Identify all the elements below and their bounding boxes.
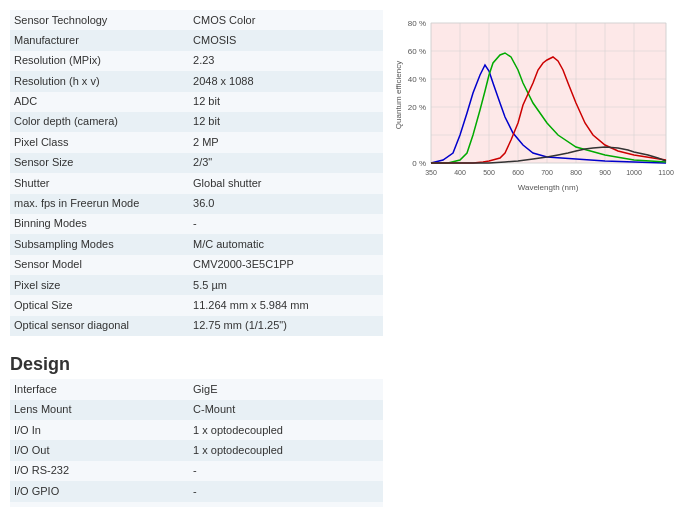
sensor-table-row: Pixel Class2 MP	[10, 132, 383, 152]
sensor-value: 12.75 mm (1/1.25")	[189, 316, 383, 336]
sensor-table-row: ADC12 bit	[10, 92, 383, 112]
sensor-table: Sensor TechnologyCMOS ColorManufacturerC…	[10, 10, 383, 336]
sensor-value: 2 MP	[189, 132, 383, 152]
sensor-value: 2.23	[189, 51, 383, 71]
sensor-label: Subsampling Modes	[10, 234, 189, 254]
sensor-value: CMOS Color	[189, 10, 383, 30]
sensor-value: 2/3"	[189, 153, 383, 173]
sensor-table-row: Resolution (MPix)2.23	[10, 51, 383, 71]
design-table-row: I/O RS-232-	[10, 461, 383, 481]
sensor-label: Pixel Class	[10, 132, 189, 152]
svg-text:40 %: 40 %	[408, 75, 426, 84]
sensor-table-row: Pixel size5.5 µm	[10, 275, 383, 295]
svg-text:0 %: 0 %	[412, 159, 426, 168]
sensor-value: Global shutter	[189, 173, 383, 193]
sensor-label: max. fps in Freerun Mode	[10, 194, 189, 214]
design-value: -	[189, 461, 383, 481]
design-label: I/O Out	[10, 440, 189, 460]
sensor-table-row: Optical sensor diagonal12.75 mm (1/1.25"…	[10, 316, 383, 336]
sensor-table-row: Sensor TechnologyCMOS Color	[10, 10, 383, 30]
sensor-table-row: Color depth (camera)12 bit	[10, 112, 383, 132]
sensor-label: Sensor Technology	[10, 10, 189, 30]
sensor-label: Binning Modes	[10, 214, 189, 234]
sensor-value: 5.5 µm	[189, 275, 383, 295]
sensor-label: Optical Size	[10, 295, 189, 315]
design-table-row: I/O In1 x optodecoupled	[10, 420, 383, 440]
specs-section: Sensor TechnologyCMOS ColorManufacturerC…	[10, 10, 383, 507]
sensor-label: ADC	[10, 92, 189, 112]
sensor-label: Pixel size	[10, 275, 189, 295]
sensor-label: Manufacturer	[10, 30, 189, 50]
svg-text:Wavelength (nm): Wavelength (nm)	[518, 183, 579, 192]
design-value: 1 x optodecoupled	[189, 440, 383, 460]
sensor-value: M/C automatic	[189, 234, 383, 254]
svg-text:350: 350	[425, 169, 437, 176]
sensor-value: 36.0	[189, 194, 383, 214]
design-table-row: I/O I²C-	[10, 502, 383, 507]
svg-text:1000: 1000	[626, 169, 642, 176]
design-title: Design	[10, 354, 383, 375]
design-label: I/O I²C	[10, 502, 189, 507]
sensor-value: CMV2000-3E5C1PP	[189, 255, 383, 275]
svg-text:800: 800	[570, 169, 582, 176]
sensor-table-row: Optical Size11.264 mm x 5.984 mm	[10, 295, 383, 315]
design-label: I/O RS-232	[10, 461, 189, 481]
svg-text:500: 500	[483, 169, 495, 176]
sensor-table-row: max. fps in Freerun Mode36.0	[10, 194, 383, 214]
design-value: C-Mount	[189, 400, 383, 420]
sensor-value: 2048 x 1088	[189, 71, 383, 91]
sensor-table-row: ManufacturerCMOSIS	[10, 30, 383, 50]
sensor-table-row: Sensor Size2/3"	[10, 153, 383, 173]
sensor-label: Resolution (MPix)	[10, 51, 189, 71]
svg-text:Quantum efficiency: Quantum efficiency	[394, 61, 403, 129]
svg-text:60 %: 60 %	[408, 47, 426, 56]
sensor-label: Sensor Model	[10, 255, 189, 275]
svg-text:80 %: 80 %	[408, 19, 426, 28]
svg-text:600: 600	[512, 169, 524, 176]
svg-text:20 %: 20 %	[408, 103, 426, 112]
sensor-value: CMOSIS	[189, 30, 383, 50]
design-label: I/O In	[10, 420, 189, 440]
sensor-value: -	[189, 214, 383, 234]
svg-rect-0	[431, 23, 666, 163]
chart-section: 80 % 60 % 40 % 20 % 0 % 350 400 500 600 …	[393, 10, 683, 507]
svg-text:1100: 1100	[658, 169, 674, 176]
sensor-value: 12 bit	[189, 92, 383, 112]
design-value: -	[189, 502, 383, 507]
sensor-table-row: ShutterGlobal shutter	[10, 173, 383, 193]
sensor-label: Resolution (h x v)	[10, 71, 189, 91]
quantum-efficiency-chart: 80 % 60 % 40 % 20 % 0 % 350 400 500 600 …	[393, 15, 678, 200]
sensor-value: 11.264 mm x 5.984 mm	[189, 295, 383, 315]
design-value: GigE	[189, 379, 383, 399]
sensor-label: Sensor Size	[10, 153, 189, 173]
design-table-row: InterfaceGigE	[10, 379, 383, 399]
sensor-table-row: Binning Modes-	[10, 214, 383, 234]
design-table: InterfaceGigELens MountC-MountI/O In1 x …	[10, 379, 383, 507]
sensor-table-row: Resolution (h x v)2048 x 1088	[10, 71, 383, 91]
svg-text:700: 700	[541, 169, 553, 176]
design-value: 1 x optodecoupled	[189, 420, 383, 440]
design-value: -	[189, 481, 383, 501]
sensor-label: Optical sensor diagonal	[10, 316, 189, 336]
sensor-value: 12 bit	[189, 112, 383, 132]
svg-text:900: 900	[599, 169, 611, 176]
main-layout: Sensor TechnologyCMOS ColorManufacturerC…	[10, 10, 683, 507]
sensor-table-row: Subsampling ModesM/C automatic	[10, 234, 383, 254]
sensor-label: Color depth (camera)	[10, 112, 189, 132]
sensor-table-row: Sensor ModelCMV2000-3E5C1PP	[10, 255, 383, 275]
sensor-label: Shutter	[10, 173, 189, 193]
design-table-row: Lens MountC-Mount	[10, 400, 383, 420]
svg-text:400: 400	[454, 169, 466, 176]
design-label: Lens Mount	[10, 400, 189, 420]
design-label: I/O GPIO	[10, 481, 189, 501]
design-table-row: I/O Out1 x optodecoupled	[10, 440, 383, 460]
design-section: Design InterfaceGigELens MountC-MountI/O…	[10, 354, 383, 507]
design-table-row: I/O GPIO-	[10, 481, 383, 501]
chart-container: 80 % 60 % 40 % 20 % 0 % 350 400 500 600 …	[393, 15, 678, 200]
design-label: Interface	[10, 379, 189, 399]
